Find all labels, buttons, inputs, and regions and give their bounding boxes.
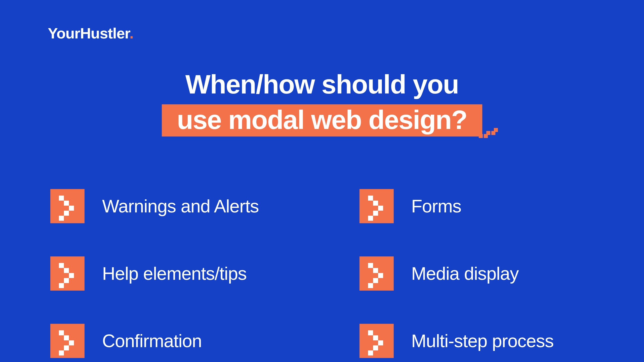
pixel-arrow-icon — [50, 324, 85, 358]
pixel-arrow-icon — [359, 189, 394, 223]
pixel-arrow-icon — [359, 256, 394, 291]
bullet-column-left: Warnings and Alerts Help elements/tips — [50, 189, 259, 358]
slide: YourHustler. When/how should you use mod… — [0, 0, 644, 362]
pixel-arrow-icon — [359, 324, 394, 358]
brand-logo: YourHustler. — [48, 25, 133, 42]
list-item: Confirmation — [50, 324, 259, 358]
brand-name: YourHustler — [48, 25, 130, 42]
list-item-label: Forms — [411, 196, 461, 216]
list-item-label: Confirmation — [102, 331, 202, 351]
pixel-decoration-icon — [479, 130, 499, 140]
bullet-columns: Warnings and Alerts Help elements/tips — [50, 189, 594, 358]
list-item: Warnings and Alerts — [50, 189, 259, 223]
pixel-arrow-icon — [50, 256, 85, 291]
title-line-2: use modal web design? — [177, 105, 467, 134]
list-item-label: Multi-step process — [411, 331, 554, 351]
list-item: Forms — [359, 189, 554, 223]
pixel-arrow-icon — [50, 189, 85, 223]
brand-accent-dot: . — [130, 25, 134, 42]
title-highlight-bg: use modal web design? — [162, 104, 482, 136]
slide-title: When/how should you use modal web design… — [162, 70, 482, 137]
list-item: Media display — [359, 256, 554, 291]
list-item: Help elements/tips — [50, 256, 259, 291]
list-item-label: Media display — [411, 263, 519, 284]
list-item-label: Warnings and Alerts — [102, 196, 259, 216]
list-item: Multi-step process — [359, 324, 554, 358]
bullet-column-right: Forms Media display — [359, 189, 554, 358]
title-line-1: When/how should you — [162, 70, 482, 98]
list-item-label: Help elements/tips — [102, 263, 247, 284]
title-highlight-wrap: use modal web design? — [162, 104, 482, 136]
